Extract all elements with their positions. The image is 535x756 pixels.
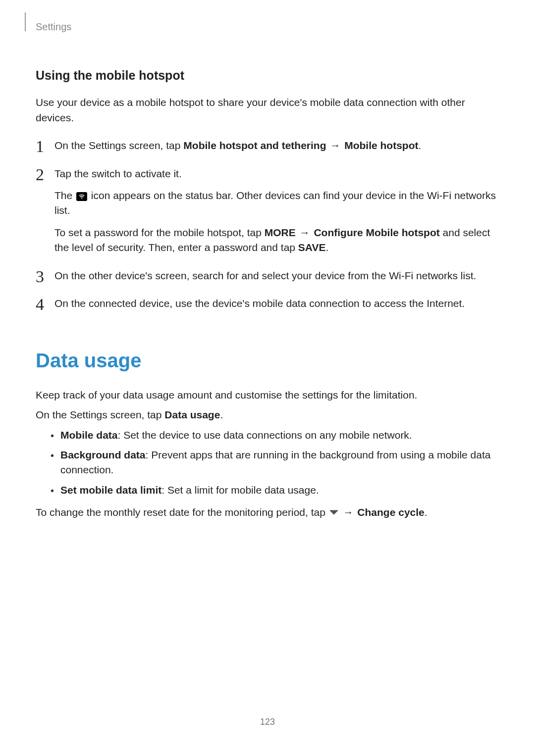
step-1: On the Settings screen, tap Mobile hotsp…	[36, 138, 500, 153]
text-fragment: On the Settings screen, tap	[54, 140, 183, 151]
step-2-line1: Tap the switch to activate it.	[54, 166, 500, 181]
list-item: Background data: Prevent apps that are r…	[51, 448, 500, 478]
bold-text: Change cycle	[357, 506, 424, 518]
hotspot-icon	[76, 192, 87, 201]
bold-text: Mobile hotspot and tethering	[183, 140, 326, 151]
text-fragment: .	[425, 506, 428, 518]
step-4: On the connected device, use the device'…	[36, 296, 500, 311]
intro-text: Use your device as a mobile hotspot to s…	[36, 95, 500, 125]
arrow-text: →	[340, 506, 357, 518]
step-2: Tap the switch to activate it. The icon …	[36, 166, 500, 255]
step-2-line3: To set a password for the mobile hotspot…	[54, 225, 500, 255]
text-fragment: : Set the device to use data connections…	[118, 429, 412, 441]
bullet-list: Mobile data: Set the device to use data …	[36, 428, 500, 498]
data-usage-para1: Keep track of your data usage amount and…	[36, 388, 500, 403]
step-3: On the other device's screen, search for…	[36, 268, 500, 283]
data-usage-para2: On the Settings screen, tap Data usage.	[36, 407, 500, 422]
dropdown-icon	[329, 504, 338, 519]
list-item: Set mobile data limit: Set a limit for m…	[51, 483, 500, 498]
subheading-hotspot: Using the mobile hotspot	[36, 66, 500, 84]
bold-text: Set mobile data limit	[60, 484, 161, 496]
text-fragment: .	[325, 242, 328, 253]
step-2-line2: The icon appears on the status bar. Othe…	[54, 188, 500, 218]
bold-text: Configure Mobile hotspot	[314, 227, 439, 238]
text-fragment: .	[220, 409, 223, 420]
text-fragment: On the Settings screen, tap	[36, 409, 164, 420]
bold-text: SAVE	[298, 242, 326, 253]
bold-text: Mobile hotspot	[344, 140, 418, 151]
bold-text: Background data	[60, 449, 146, 460]
bold-text: MORE	[265, 227, 296, 238]
step-3-text: On the other device's screen, search for…	[54, 268, 500, 283]
bold-text: Mobile data	[60, 429, 118, 441]
data-usage-para3: To change the monthly reset date for the…	[36, 504, 500, 520]
text-fragment: To set a password for the mobile hotspot…	[54, 227, 265, 238]
bold-text: Data usage	[164, 409, 220, 420]
header-rule	[25, 12, 26, 31]
text-fragment: icon appears on the status bar. Other de…	[54, 190, 496, 216]
step-4-text: On the connected device, use the device'…	[54, 296, 500, 311]
arrow-text: →	[297, 227, 313, 238]
list-item: Mobile data: Set the device to use data …	[51, 428, 500, 443]
text-fragment: .	[418, 140, 421, 151]
text-fragment: To change the monthly reset date for the…	[36, 506, 328, 518]
section-title-data-usage: Data usage	[36, 346, 500, 375]
steps-list: On the Settings screen, tap Mobile hotsp…	[36, 138, 500, 311]
text-fragment: The	[54, 190, 75, 201]
page-number: 123	[0, 715, 535, 728]
svg-point-0	[81, 198, 82, 199]
step-1-text: On the Settings screen, tap Mobile hotsp…	[54, 138, 500, 153]
breadcrumb: Settings	[36, 20, 500, 34]
page-content: Using the mobile hotspot Use your device…	[25, 66, 500, 520]
text-fragment: : Set a limit for mobile data usage.	[161, 484, 319, 496]
arrow-text: →	[327, 140, 343, 151]
